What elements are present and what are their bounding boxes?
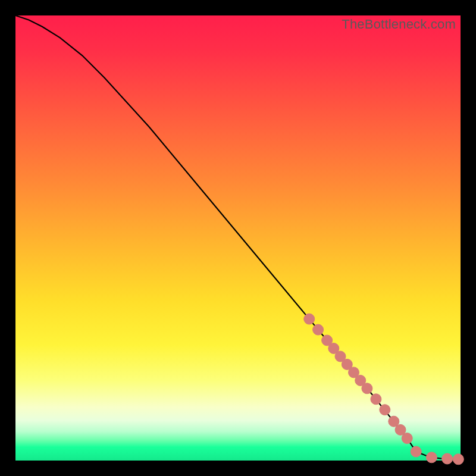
curve-marker (362, 383, 372, 394)
bottleneck-curve (15, 15, 461, 459)
curve-marker (426, 452, 437, 463)
chart-frame: TheBottleneck.com (0, 0, 476, 476)
curve-marker (402, 433, 412, 444)
curve-marker (304, 314, 315, 324)
curve-marker (313, 324, 324, 335)
plot-area: TheBottleneck.com (15, 15, 461, 461)
curve-marker (453, 454, 464, 465)
curve-layer (15, 15, 461, 461)
curve-marker (442, 453, 453, 464)
curve-marker (411, 446, 421, 457)
curve-marker (371, 394, 381, 405)
curve-marker (380, 405, 390, 415)
curve-markers (304, 314, 464, 465)
